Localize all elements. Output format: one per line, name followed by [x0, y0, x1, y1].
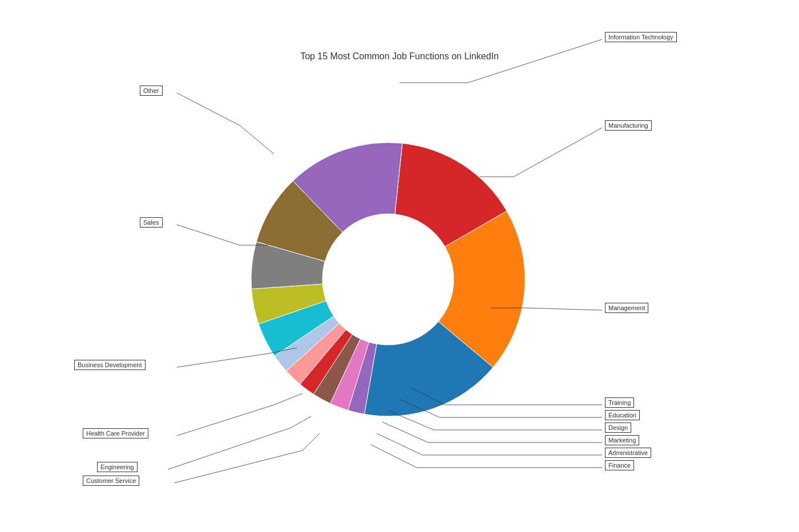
- label-line-manufacturing: [479, 128, 602, 177]
- label-box-health-care-provider: Health Care Provider: [83, 428, 197, 450]
- label-box-information-technology: Information Technology: [605, 31, 719, 54]
- label-line-design: [388, 411, 602, 430]
- label-line-administrative: [377, 433, 602, 455]
- label-box-management: Management: [605, 302, 719, 325]
- label-box-sales: Sales: [140, 217, 254, 239]
- label-box-business-development: Business Development: [74, 359, 188, 382]
- donut-chart: Information TechnologyManufacturingManag…: [0, 0, 799, 532]
- label-line-finance: [371, 445, 602, 468]
- label-box-other: Other: [140, 85, 254, 108]
- label-line-information-technology: [400, 39, 602, 83]
- label-box-finance: Finance: [605, 460, 719, 482]
- chart-container: Top 15 Most Common Job Functions on Link…: [0, 0, 799, 532]
- label-box-customer-service: Customer Service: [83, 475, 197, 498]
- inner-circle: [322, 214, 454, 345]
- label-line-marketing: [382, 422, 602, 442]
- label-box-manufacturing: Manufacturing: [605, 120, 719, 143]
